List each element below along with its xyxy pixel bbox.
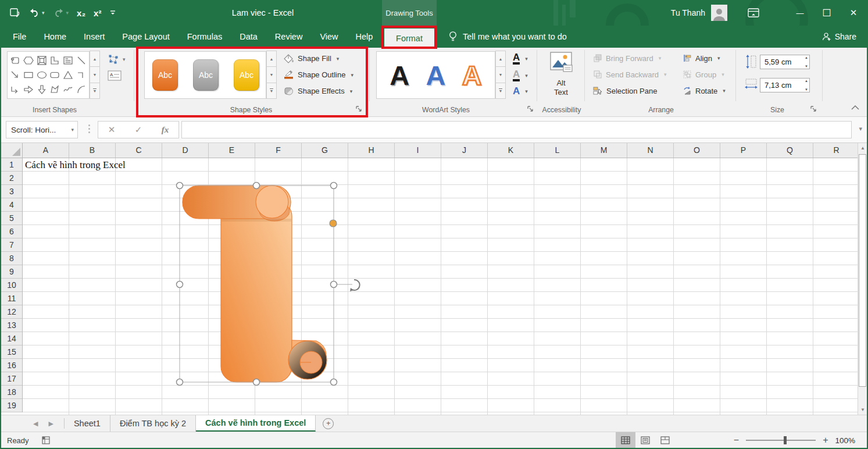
tell-me-box[interactable]: Tell me what you want to do [449,26,567,48]
cancel-icon[interactable]: ✕ [108,124,116,135]
formula-bar-divider[interactable] [88,124,90,133]
subscript-button[interactable]: x₂ [77,8,85,18]
block-arrow-down-icon[interactable] [35,84,48,96]
gallery-down-icon[interactable]: ▼ [495,66,506,83]
rectangle-icon[interactable] [22,69,34,81]
maximize-button[interactable]: ☐ [813,0,840,26]
save-icon[interactable] [9,8,20,19]
row-header-2[interactable]: 2 [1,172,22,185]
column-header-J[interactable]: J [441,143,488,158]
ribbon-tab-help[interactable]: Help [356,32,373,41]
rounded-rectangle-icon[interactable] [49,69,61,81]
send-backward-button[interactable]: Send Backward▾ [593,70,667,79]
bring-forward-button[interactable]: Bring Forward▾ [593,54,661,63]
row-header-12[interactable]: 12 [1,305,22,319]
ribbon-tab-insert[interactable]: Insert [84,32,105,41]
cell-a1-text[interactable]: Cách vẽ hình trong Excel [25,159,126,172]
shape-styles-dialog-launcher-icon[interactable] [356,106,363,113]
rotate-handle-icon[interactable] [350,280,360,291]
row-header-4[interactable]: 4 [1,198,22,212]
column-header-P[interactable]: P [720,143,767,158]
ribbon-tab-home[interactable]: Home [44,32,66,41]
triangle-icon[interactable] [62,69,74,81]
row-header-10[interactable]: 10 [1,279,22,292]
row-header-1[interactable]: 1 [1,158,22,172]
collapse-ribbon-icon[interactable] [851,102,860,113]
redo-dropdown-icon[interactable]: ▾ [66,10,69,16]
ribbon-tab-format[interactable]: Format [384,28,434,48]
gallery-up-icon[interactable]: ▲ [266,51,277,67]
size-dialog-launcher-icon[interactable] [810,106,817,113]
ribbon-tab-page-layout[interactable]: Page Layout [122,32,169,41]
wordart-style-orange-outline[interactable]: A [462,62,482,89]
oval-icon[interactable] [35,69,48,81]
corner-shape-icon[interactable] [49,54,61,66]
account-area[interactable]: Tu Thanh [671,0,727,26]
ribbon-tab-view[interactable]: View [320,32,338,41]
share-button[interactable]: Share [822,26,856,48]
hexagon-icon[interactable] [22,54,34,66]
column-header-R[interactable]: R [813,143,860,158]
column-header-M[interactable]: M [581,143,627,158]
scroll-down-icon[interactable]: ▼ [858,405,867,415]
ribbon-tab-formulas[interactable]: Formulas [187,32,222,41]
column-header-D[interactable]: D [162,143,209,158]
wordart-style-blue[interactable]: A [426,62,446,89]
column-header-Q[interactable]: Q [767,143,813,158]
text-fill-button[interactable]: A ▾ [513,52,528,65]
diagonal-line-icon[interactable] [75,54,87,66]
formula-input[interactable] [181,121,852,138]
shape-fill-button[interactable]: Shape Fill▾ [284,54,339,63]
column-header-E[interactable]: E [209,143,255,158]
edit-shape-dropdown-icon[interactable]: ▾ [123,56,126,62]
column-header-L[interactable]: L [534,143,581,158]
column-header-N[interactable]: N [627,143,674,158]
insert-function-icon[interactable]: fx [162,125,169,135]
shape-width-field[interactable]: 7,13 cm ▲▼ [760,78,810,92]
redo-button[interactable]: ▾ [53,8,69,17]
row-header-9[interactable]: 9 [1,265,22,279]
arc-icon[interactable] [75,84,87,96]
close-button[interactable]: ✕ [840,0,867,26]
grid-cells[interactable] [23,158,860,415]
avatar[interactable] [711,5,727,21]
scroll-up-icon[interactable]: ▲ [858,143,867,153]
normal-view-button[interactable] [616,432,635,448]
column-header-B[interactable]: B [69,143,116,158]
row-header-7[interactable]: 7 [1,238,22,252]
row-header-13[interactable]: 13 [1,319,22,332]
arrow-line-icon[interactable] [9,69,22,81]
superscript-button[interactable]: x² [94,8,101,18]
vertical-scrollbar-thumb[interactable] [859,154,866,387]
alt-text-button[interactable]: Alt Text [545,51,577,102]
scribble-icon[interactable] [62,84,74,96]
shape-outline-button[interactable]: Shape Outline▾ [284,70,353,80]
macro-record-icon[interactable] [41,435,51,446]
expand-formula-bar-icon[interactable]: ▾ [859,125,862,133]
row-header-15[interactable]: 15 [1,345,22,359]
enter-icon[interactable]: ✓ [135,124,142,135]
vertical-scrollbar[interactable]: ▲ ▼ [858,143,867,415]
align-button[interactable]: Align▾ [683,54,720,63]
ribbon-tab-data[interactable]: Data [240,32,258,41]
text-box-icon[interactable] [62,54,74,66]
adjust-handle[interactable] [330,220,337,227]
column-header-A[interactable]: A [23,143,69,158]
edit-shape-button[interactable]: ▾ [107,54,126,65]
customize-qat-icon[interactable] [109,9,116,16]
zoom-level[interactable]: 100% [835,436,855,445]
column-header-I[interactable]: I [395,143,441,158]
row-header-11[interactable]: 11 [1,292,22,305]
shape-height-field[interactable]: 5,59 cm ▲▼ [760,55,810,69]
row-header-14[interactable]: 14 [1,332,22,345]
undo-button[interactable]: ▾ [28,8,45,17]
gallery-down-icon[interactable]: ▼ [90,66,100,83]
horizontal-scroll-shape[interactable] [173,176,376,393]
ribbon-display-options-icon[interactable] [748,0,759,26]
select-all-corner[interactable] [1,143,23,158]
sheet-tab-3[interactable]: Cách vẽ hình trong Excel [196,415,316,432]
column-header-H[interactable]: H [348,143,395,158]
name-box-dropdown-icon[interactable]: ▾ [71,127,74,133]
sheet-tab-2[interactable]: Điểm TB học kỳ 2 [110,415,196,432]
row-header-8[interactable]: 8 [1,252,22,265]
